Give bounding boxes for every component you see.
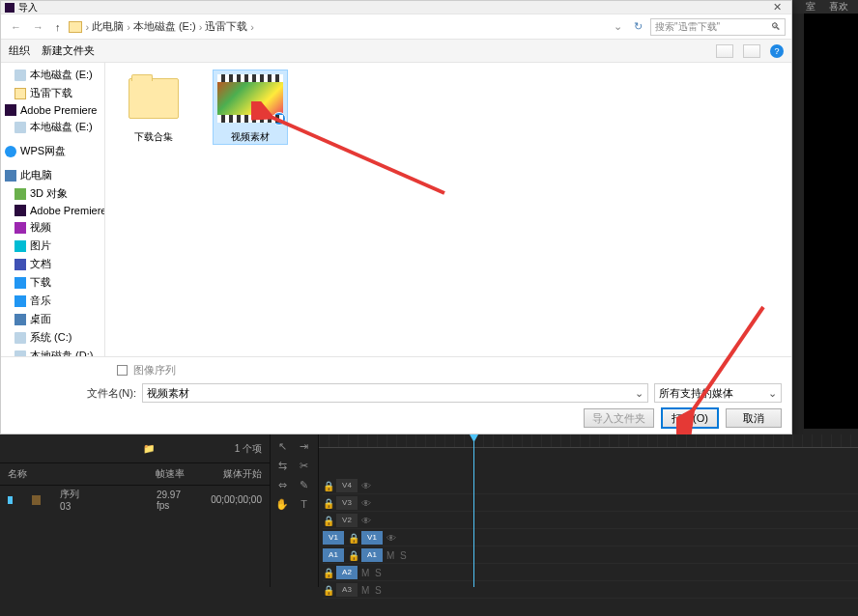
search-icon: 🔍︎ [771, 21, 781, 32]
organize-menu[interactable]: 组织 [9, 43, 30, 58]
time-ruler[interactable] [319, 434, 858, 448]
track-a3[interactable]: 🔒A3MS [323, 581, 858, 599]
tool-panel: ↖ ⇥ ⇆ ✂ ⇔ ✎ ✋ T [271, 434, 319, 587]
image-sequence-label: 图像序列 [133, 363, 176, 378]
sidebar-item-pictures[interactable]: 图片 [1, 237, 104, 255]
razor-tool-icon[interactable]: ✂ [297, 458, 312, 473]
import-folder-button[interactable]: 导入文件夹 [584, 408, 654, 428]
up-icon[interactable]: ↑ [51, 21, 65, 33]
chevron-down-icon[interactable]: ⌄ [635, 387, 644, 400]
filename-input[interactable]: 视频素材 ⌄ [142, 383, 648, 403]
sidebar-item-video[interactable]: 视频 [1, 218, 104, 237]
folder-icon [69, 21, 82, 33]
navbar: ← → ↑ › 此电脑› 本地磁盘 (E:)› 迅雷下载› ⌄ ↻ 搜索"迅雷下… [1, 14, 791, 40]
sidebar-item-3d[interactable]: 3D 对象 [1, 184, 104, 203]
sidebar-item-drive-e[interactable]: 本地磁盘 (E:) [1, 66, 104, 84]
item-count: 1 个项 [235, 442, 262, 456]
annotation-arrow-icon [676, 299, 783, 434]
sidebar-item-premiere[interactable]: Adobe Premiere [1, 102, 104, 118]
preview-panel [804, 14, 858, 429]
track-v4[interactable]: 🔒V4👁 [323, 477, 858, 494]
import-dialog: 导入 ✕ ← → ↑ › 此电脑› 本地磁盘 (E:)› 迅雷下载› ⌄ ↻ 搜… [0, 0, 792, 434]
track-a2[interactable]: 🔒A2MS [323, 564, 858, 581]
chevron-down-icon[interactable]: ⌄ [610, 20, 626, 33]
sequence-row[interactable]: 序列 03 29.97 fps 00;00;00;00 [0, 486, 270, 514]
col-name[interactable]: 名称 [8, 467, 27, 481]
svg-line-0 [269, 116, 444, 193]
back-icon[interactable]: ← [7, 21, 25, 33]
svg-line-1 [691, 307, 763, 413]
sidebar-item-pc[interactable]: 此电脑 [1, 166, 104, 184]
sidebar-item-music[interactable]: 音乐 [1, 292, 104, 310]
selection-tool-icon[interactable]: ↖ [274, 438, 290, 454]
hand-tool-icon[interactable]: ✋ [274, 496, 290, 512]
file-label: 下载合集 [117, 130, 190, 144]
track-v3[interactable]: 🔒V3👁 [323, 494, 858, 512]
sidebar: 本地磁盘 (E:) 迅雷下载 Adobe Premiere 本地磁盘 (E:) … [1, 63, 105, 356]
refresh-icon[interactable]: ↻ [630, 20, 646, 33]
filename-label: 文件名(N): [87, 386, 136, 401]
sidebar-item-documents[interactable]: 文档 [1, 255, 104, 273]
folder-icon [129, 78, 179, 119]
sidebar-item-downloads[interactable]: 下载 [1, 273, 104, 292]
toolbar: 组织 新建文件夹 ? [1, 40, 791, 63]
slip-tool-icon[interactable]: ⇔ [274, 477, 290, 492]
track-select-tool-icon[interactable]: ⇥ [297, 438, 312, 454]
file-item-folder[interactable]: 下载合集 [117, 70, 190, 144]
project-panel: 📁 1 个项 名称 帧速率 媒体开始 序列 03 29.97 fps 00;00… [0, 434, 271, 587]
track-a1[interactable]: A1🔒A1MS [323, 546, 858, 564]
sidebar-item-desktop[interactable]: 桌面 [1, 310, 104, 328]
dialog-title: 导入 [18, 1, 38, 14]
new-folder-button[interactable]: 新建文件夹 [42, 43, 95, 58]
search-input[interactable]: 搜索"迅雷下载" 🔍︎ [650, 18, 786, 36]
sidebar-item-drive-c[interactable]: 系统 (C:) [1, 328, 104, 347]
pen-tool-icon[interactable]: ✎ [297, 477, 312, 492]
track-v2[interactable]: 🔒V2👁 [323, 512, 858, 529]
folder-icon[interactable]: 📁 [143, 443, 155, 454]
annotation-arrow-icon [251, 101, 464, 208]
view-toggle-icon[interactable] [716, 44, 733, 58]
sequence-icon [32, 495, 41, 505]
col-fps[interactable]: 帧速率 [156, 467, 185, 481]
dialog-footer: 图像序列 文件名(N): 视频素材 ⌄ 所有支持的媒体 ⌄ 导入文件夹 打开(O… [1, 356, 791, 434]
titlebar: 导入 ✕ [1, 1, 791, 14]
ripple-tool-icon[interactable]: ⇆ [274, 458, 290, 473]
col-start[interactable]: 媒体开始 [223, 467, 262, 481]
sidebar-item-xunlei[interactable]: 迅雷下载 [1, 84, 104, 102]
close-icon[interactable]: ✕ [767, 1, 787, 14]
help-icon[interactable]: ? [770, 44, 784, 58]
sidebar-item-drive-e2[interactable]: 本地磁盘 (E:) [1, 118, 104, 136]
preview-toggle-icon[interactable] [743, 44, 760, 58]
image-sequence-checkbox[interactable] [117, 365, 128, 376]
breadcrumb[interactable]: › 此电脑› 本地磁盘 (E:)› 迅雷下载› [86, 19, 607, 34]
sidebar-item-drive-d[interactable]: 本地磁盘 (D:) [1, 347, 104, 356]
playhead[interactable] [473, 434, 474, 587]
tracks-area[interactable]: 🔒V4👁 🔒V3👁 🔒V2👁 V1🔒V1👁 A1🔒A1MS 🔒A2MS 🔒A3M… [319, 434, 858, 587]
forward-icon[interactable]: → [29, 21, 47, 33]
type-tool-icon[interactable]: T [297, 496, 312, 512]
sidebar-item-premiere2[interactable]: Adobe Premiere [1, 203, 104, 218]
track-v1[interactable]: V1🔒V1👁 [323, 529, 858, 546]
premiere-icon [5, 3, 14, 13]
timeline-panel: 📁 1 个项 名称 帧速率 媒体开始 序列 03 29.97 fps 00;00… [0, 434, 858, 616]
sidebar-item-wps[interactable]: WPS网盘 [1, 142, 104, 160]
